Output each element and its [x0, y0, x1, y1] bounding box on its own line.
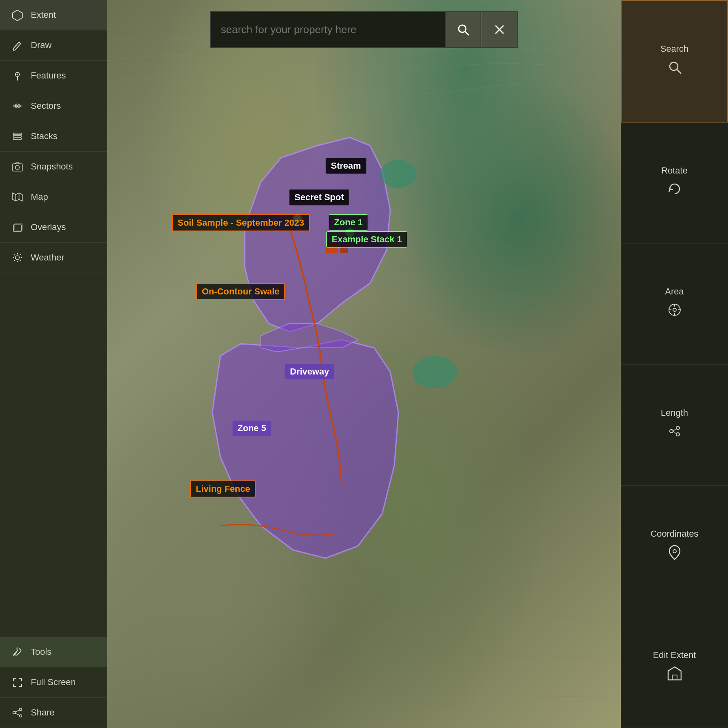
svg-line-21	[14, 260, 15, 261]
svg-point-38	[459, 25, 466, 32]
svg-rect-4	[13, 133, 21, 135]
zone-polygon	[107, 0, 621, 728]
svg-line-22	[20, 254, 21, 255]
svg-rect-6	[13, 138, 21, 140]
svg-line-20	[20, 260, 21, 261]
snapshots-icon	[11, 161, 23, 173]
map-area[interactable]: Stream Secret Spot Soil Sample - Septemb…	[107, 0, 621, 728]
search-submit-button[interactable]	[445, 11, 481, 48]
search-input[interactable]	[210, 11, 445, 48]
map-label-example-stack: Example Stack 1	[326, 231, 407, 248]
svg-point-37	[413, 356, 457, 388]
sidebar-item-sectors[interactable]: Sectors	[0, 91, 107, 121]
weather-icon	[11, 252, 23, 264]
svg-point-52	[676, 433, 679, 436]
map-label-stream: Stream	[326, 158, 366, 174]
right-tool-label-area: Area	[665, 286, 684, 297]
svg-line-28	[15, 713, 19, 715]
svg-point-25	[19, 715, 22, 717]
sidebar-item-features[interactable]: Features	[0, 61, 107, 91]
right-tool-search[interactable]: Search	[621, 0, 728, 123]
sidebar-item-draw[interactable]: Draw	[0, 30, 107, 61]
tools-icon	[11, 646, 23, 658]
svg-point-50	[670, 430, 673, 433]
svg-point-2	[17, 74, 18, 75]
sidebar-item-label-draw: Draw	[31, 40, 51, 51]
right-tool-rotate[interactable]: Rotate	[621, 123, 728, 244]
map-label-on-contour-swale: On-Contour Swale	[196, 283, 285, 300]
search-bar	[210, 11, 518, 48]
map-icon	[11, 191, 23, 203]
sidebar-item-fullscreen[interactable]: Full Screen	[0, 667, 107, 698]
sidebar-item-overlays[interactable]: Overlays	[0, 212, 107, 243]
right-tool-label-edit-extent: Edit Extent	[653, 650, 696, 660]
sidebar-item-label-snapshots: Snapshots	[31, 161, 73, 172]
search-icon	[456, 22, 470, 37]
sidebar-item-label-share: Share	[31, 707, 55, 718]
svg-line-54	[673, 431, 676, 434]
sidebar-item-label-extent: Extent	[31, 10, 56, 20]
right-tool-edit-extent[interactable]: Edit Extent	[621, 607, 728, 728]
svg-rect-5	[13, 135, 21, 137]
sidebar-item-label-stacks: Stacks	[31, 131, 57, 142]
map-label-zone-5: Zone 5	[233, 421, 271, 436]
sidebar-item-share[interactable]: Share	[0, 698, 107, 728]
right-tool-label-search: Search	[660, 44, 689, 54]
map-label-living-fence: Living Fence	[190, 480, 256, 497]
right-tool-coordinates[interactable]: Coordinates	[621, 486, 728, 607]
sidebar-item-extent[interactable]: Extent	[0, 0, 107, 30]
svg-line-27	[15, 710, 19, 712]
map-label-zone-1: Zone 1	[329, 214, 368, 231]
svg-point-26	[13, 711, 15, 714]
close-icon	[493, 23, 506, 36]
sidebar-item-label-features: Features	[31, 70, 66, 81]
svg-point-24	[19, 708, 22, 711]
svg-point-14	[15, 256, 19, 260]
fullscreen-icon	[11, 676, 23, 688]
svg-point-55	[673, 550, 676, 553]
svg-line-19	[14, 254, 15, 255]
svg-point-45	[673, 308, 676, 311]
overlays-icon	[11, 221, 23, 233]
sidebar-item-map[interactable]: Map	[0, 182, 107, 212]
svg-line-39	[465, 32, 469, 35]
sidebar-item-weather[interactable]: Weather	[0, 243, 107, 273]
svg-rect-7	[13, 164, 22, 171]
right-tool-length[interactable]: Length	[621, 365, 728, 486]
sidebar-item-tools[interactable]: Tools	[0, 637, 107, 667]
map-label-secret-spot: Secret Spot	[289, 189, 349, 205]
search-clear-button[interactable]	[481, 11, 518, 48]
svg-marker-0	[13, 10, 22, 21]
sidebar-item-label-fullscreen: Full Screen	[31, 677, 76, 688]
sidebar-item-label-weather: Weather	[31, 252, 64, 263]
svg-point-8	[15, 165, 19, 169]
coordinates-tool-icon	[667, 544, 683, 563]
sidebar-item-snapshots[interactable]: Snapshots	[0, 152, 107, 182]
svg-marker-9	[13, 193, 22, 201]
draw-icon	[11, 39, 23, 51]
right-sidebar: Search Rotate Area	[621, 0, 728, 728]
search-tool-icon	[667, 59, 683, 78]
svg-point-36	[380, 160, 417, 188]
sidebar-item-label-map: Map	[31, 192, 48, 202]
svg-point-42	[670, 62, 678, 70]
sidebar-item-label-sectors: Sectors	[31, 101, 61, 111]
map-label-soil-sample: Soil Sample - September 2023	[172, 214, 310, 231]
length-tool-icon	[667, 423, 683, 442]
svg-line-43	[677, 70, 681, 74]
left-sidebar: Extent Draw Features Secto	[0, 0, 107, 728]
edit-extent-tool-icon	[667, 665, 683, 685]
sidebar-item-stacks[interactable]: Stacks	[0, 121, 107, 152]
extent-icon	[11, 9, 23, 21]
right-tool-label-coordinates: Coordinates	[650, 529, 698, 539]
rotate-tool-icon	[667, 181, 683, 200]
stacks-icon	[11, 130, 23, 142]
sidebar-item-label-overlays: Overlays	[31, 222, 66, 233]
features-icon	[11, 70, 23, 82]
svg-point-51	[676, 426, 679, 430]
sectors-icon	[11, 100, 23, 112]
right-tool-label-rotate: Rotate	[661, 165, 688, 176]
area-tool-icon	[667, 302, 683, 321]
right-tool-area[interactable]: Area	[621, 243, 728, 365]
right-tool-label-length: Length	[661, 408, 688, 418]
